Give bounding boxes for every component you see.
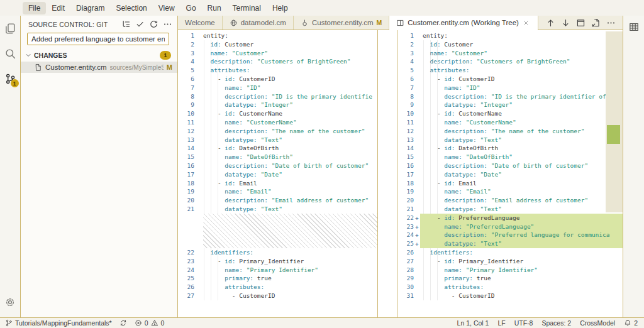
branch-name: Tutorials/MappingFundamentals* bbox=[15, 319, 112, 327]
branch-indicator[interactable]: Tutorials/MappingFundamentals* bbox=[5, 319, 112, 327]
menu-item-selection[interactable]: Selection bbox=[110, 2, 152, 14]
code-line: 7 name: "ID" bbox=[397, 84, 623, 92]
line-number: 14 bbox=[178, 144, 194, 153]
language-mode[interactable]: CrossModel bbox=[580, 319, 615, 327]
code-text: - CustomerID bbox=[203, 292, 275, 300]
line-number: 23 bbox=[178, 257, 194, 266]
line-number: 4 bbox=[397, 57, 414, 66]
cursor-position[interactable]: Ln 1, Col 1 bbox=[457, 319, 489, 327]
open-file-button[interactable] bbox=[591, 18, 601, 28]
menu-item-terminal[interactable]: Terminal bbox=[227, 2, 267, 14]
code-line: 3 name: "Customer" bbox=[397, 49, 623, 58]
code-text: name: "PreferredLanguage" bbox=[423, 222, 534, 231]
line-number: 7 bbox=[397, 84, 414, 92]
line-number: 23 bbox=[397, 222, 414, 231]
next-change-button[interactable] bbox=[561, 18, 570, 28]
changes-section-header[interactable]: CHANGES 1 bbox=[21, 50, 177, 60]
activity-item-explorer[interactable] bbox=[0, 16, 21, 41]
code-text: identifiers: bbox=[423, 248, 473, 257]
code-text: - CustomerID bbox=[423, 292, 494, 300]
line-number: 13 bbox=[397, 136, 414, 145]
menu-item-file[interactable]: File bbox=[23, 2, 46, 14]
code-line: 23+ name: "PreferredLanguage" bbox=[397, 222, 623, 231]
code-text: datatype: "Integer" bbox=[203, 101, 293, 109]
code-text: id: Customer bbox=[203, 40, 253, 49]
code-line: 4 description: "Customers of BrightGreen… bbox=[178, 57, 397, 66]
explorer-icon bbox=[4, 23, 16, 35]
tab-label: Customer.entity.cm bbox=[312, 19, 374, 26]
code-line: 17 datatype: "Date" bbox=[178, 170, 397, 179]
globe-icon bbox=[230, 19, 238, 27]
line-number: 16 bbox=[397, 161, 414, 170]
more-actions-button[interactable] bbox=[606, 18, 616, 28]
right-bar-item-properties[interactable] bbox=[623, 16, 644, 38]
code-line: 19 name: "Email" bbox=[178, 187, 397, 196]
source-control-badge: 1 bbox=[11, 79, 19, 87]
bell-icon bbox=[624, 319, 631, 327]
commit-message-input[interactable] bbox=[27, 33, 169, 45]
code-line: 25+ datatype: "Text" bbox=[397, 239, 623, 248]
diff-modified-pane[interactable]: 1entity:2 id: Customer3 name: "Customer"… bbox=[397, 30, 623, 317]
code-line: 16 description: "Date of birth of custom… bbox=[397, 161, 623, 170]
line-number: 15 bbox=[178, 153, 194, 161]
code-text: name: "CustomerName" bbox=[423, 118, 516, 127]
activity-bar: 1 bbox=[0, 16, 21, 317]
line-number: 11 bbox=[397, 118, 414, 127]
sync-button[interactable] bbox=[119, 319, 127, 327]
line-number: 18 bbox=[397, 179, 414, 188]
menu-item-help[interactable]: Help bbox=[267, 2, 294, 14]
code-text: description: "Email address of customer" bbox=[203, 196, 369, 205]
code-text: primary: true bbox=[423, 274, 491, 283]
line-number: 28 bbox=[397, 266, 414, 275]
indentation-indicator[interactable]: Spaces: 2 bbox=[541, 319, 571, 327]
code-line: 2 id: Customer bbox=[397, 40, 623, 49]
activity-item-settings[interactable] bbox=[0, 290, 21, 315]
previous-change-button[interactable] bbox=[546, 18, 555, 28]
code-line: 21 datatype: "Text" bbox=[178, 205, 397, 214]
menu-item-view[interactable]: View bbox=[153, 2, 180, 14]
code-line: 21 datatype: "Text" bbox=[397, 205, 623, 214]
file-icon bbox=[34, 63, 42, 72]
original-pane-scrollbar[interactable] bbox=[377, 30, 397, 317]
line-number: 26 bbox=[178, 283, 194, 292]
modified-pane-scrollbar[interactable] bbox=[606, 31, 623, 212]
activity-item-source-control[interactable]: 1 bbox=[0, 66, 21, 91]
code-text: name: "ID" bbox=[423, 84, 480, 92]
tab-datamodel-cm[interactable]: datamodel.cm bbox=[223, 16, 294, 30]
code-text: name: "Customer" bbox=[203, 49, 268, 58]
menu-item-run[interactable]: Run bbox=[202, 2, 227, 14]
more-actions-button[interactable] bbox=[163, 19, 172, 29]
problems-indicator[interactable]: 0 0 bbox=[135, 319, 165, 327]
close-tab-button[interactable] bbox=[522, 18, 531, 27]
line-number: 25 bbox=[178, 274, 194, 283]
added-line-plus: + bbox=[415, 214, 419, 222]
notifications-bell[interactable]: 2 bbox=[624, 319, 638, 327]
code-line: 13 datatype: "Text" bbox=[397, 136, 623, 145]
line-number: 22 bbox=[397, 214, 414, 222]
activity-item-search[interactable] bbox=[0, 41, 21, 66]
refresh-button[interactable] bbox=[149, 19, 158, 29]
split-editor-button[interactable] bbox=[576, 18, 586, 28]
code-line: 28 name: "Primary Identifier" bbox=[397, 266, 623, 275]
eol-indicator[interactable]: LF bbox=[497, 319, 505, 327]
tab-customer-entity-cm[interactable]: Customer.entity.cmM bbox=[294, 16, 389, 30]
encoding-indicator[interactable]: UTF-8 bbox=[514, 319, 533, 327]
status-bar: Tutorials/MappingFundamentals* 0 0 Ln 1,… bbox=[0, 317, 644, 328]
tab-customer-entity-cm-working-tree[interactable]: Customer.entity.cm (Working Tree) bbox=[389, 16, 538, 30]
line-number: 1 bbox=[178, 31, 194, 40]
code-line: 20 description: "Email address of custom… bbox=[178, 196, 397, 205]
menu-item-go[interactable]: Go bbox=[180, 2, 202, 14]
line-number: 3 bbox=[178, 49, 194, 58]
tab-welcome[interactable]: Welcome bbox=[178, 16, 223, 30]
changed-file-row[interactable]: Customer.entity.cm sources/MySimpleSales… bbox=[21, 62, 177, 73]
line-number: 21 bbox=[178, 205, 194, 214]
view-changes-button[interactable] bbox=[121, 19, 131, 29]
code-text: description: "Preferred language for com… bbox=[423, 231, 609, 239]
right-activity-bar bbox=[623, 16, 644, 317]
code-text: - id: CustomerID bbox=[203, 75, 275, 84]
commit-button[interactable] bbox=[135, 19, 145, 29]
menu-item-edit[interactable]: Edit bbox=[46, 2, 70, 14]
menu-item-diagram[interactable]: Diagram bbox=[70, 2, 110, 14]
added-line-plus: + bbox=[415, 231, 419, 239]
diff-original-pane[interactable]: 1entity:2 id: Customer3 name: "Customer"… bbox=[178, 30, 397, 317]
